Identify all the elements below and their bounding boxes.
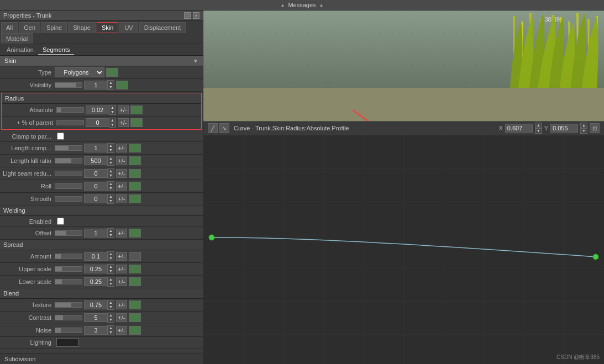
length-comp-down[interactable]: ▼ — [108, 148, 114, 152]
light-seam-slider[interactable] — [55, 171, 82, 176]
spread-lower-up[interactable]: ▲ — [108, 277, 114, 282]
length-kill-up[interactable]: ▲ — [108, 156, 114, 161]
tab-gen[interactable]: Gen — [19, 22, 40, 33]
visibility-input[interactable] — [84, 81, 107, 89]
length-comp-slider[interactable] — [55, 145, 82, 151]
roll-down[interactable]: ▼ — [108, 186, 114, 191]
pct-plus[interactable]: +/- — [118, 118, 129, 127]
visibility-up[interactable]: ▲ — [108, 81, 114, 85]
spread-lower-input[interactable] — [84, 277, 107, 286]
pct-slider[interactable] — [56, 120, 84, 125]
light-seam-up[interactable]: ▲ — [108, 169, 114, 173]
welding-offset-up[interactable]: ▲ — [108, 229, 114, 233]
close-button[interactable]: × — [193, 12, 199, 19]
spread-amount-up[interactable]: ▲ — [108, 252, 114, 256]
roll-slider[interactable] — [55, 183, 82, 189]
spread-amount-input[interactable] — [84, 252, 107, 261]
spread-upper-input[interactable] — [84, 265, 107, 273]
welding-offset-down[interactable]: ▼ — [108, 233, 114, 238]
curve-tool-line[interactable]: ╱ — [208, 123, 218, 133]
blend-noise-down[interactable]: ▼ — [108, 330, 114, 335]
pin-button[interactable]: □ — [184, 12, 191, 19]
spread-upper-up[interactable]: ▲ — [108, 265, 114, 269]
welding-offset-slider[interactable] — [55, 230, 82, 236]
curve-tool-smooth[interactable]: ∿ — [219, 123, 229, 133]
absolute-down[interactable]: ▼ — [109, 110, 115, 114]
curve-fit-btn[interactable]: ⊡ — [590, 123, 600, 133]
blend-texture-plus[interactable]: +/- — [116, 300, 127, 309]
visibility-down[interactable]: ▼ — [108, 85, 114, 89]
blend-noise-plus[interactable]: +/- — [116, 326, 127, 335]
tab-shape[interactable]: Shape — [68, 22, 96, 33]
tab-material[interactable]: Material — [1, 33, 33, 44]
blend-contrast-plus[interactable]: +/- — [116, 313, 127, 322]
spread-upper-down[interactable]: ▼ — [108, 269, 114, 273]
length-kill-down[interactable]: ▼ — [108, 161, 114, 165]
welding-offset-input[interactable] — [84, 229, 107, 238]
tab-spine[interactable]: Spine — [41, 22, 67, 33]
length-kill-input[interactable] — [84, 156, 107, 165]
blend-texture-input[interactable] — [84, 300, 107, 309]
blend-texture-slider[interactable] — [55, 302, 82, 308]
skin-section-header[interactable]: Skin ▼ — [0, 56, 203, 66]
blend-noise-up[interactable]: ▲ — [108, 326, 114, 330]
absolute-up[interactable]: ▲ — [109, 105, 115, 110]
blend-texture-down[interactable]: ▼ — [108, 305, 114, 309]
pct-down[interactable]: ▼ — [109, 123, 115, 127]
blend-noise-slider[interactable] — [55, 328, 82, 333]
spread-lower-slider[interactable] — [55, 279, 82, 284]
roll-input[interactable] — [84, 182, 107, 191]
length-comp-input[interactable] — [84, 144, 107, 152]
absolute-slider[interactable] — [56, 107, 84, 113]
light-seam-input[interactable] — [84, 169, 107, 178]
tab-all[interactable]: All — [1, 22, 18, 33]
spread-amount-slider[interactable] — [55, 254, 82, 259]
y-coord-input[interactable] — [550, 124, 578, 133]
y-up[interactable]: ▲ — [580, 123, 587, 128]
blend-contrast-down[interactable]: ▼ — [108, 318, 114, 322]
smooth-up[interactable]: ▲ — [108, 194, 114, 199]
clamp-checkbox[interactable] — [57, 133, 64, 140]
pct-input[interactable] — [86, 118, 109, 127]
blend-contrast-input[interactable] — [84, 313, 107, 322]
blend-contrast-slider[interactable] — [55, 315, 82, 320]
blend-texture-up[interactable]: ▲ — [108, 300, 114, 305]
spread-lower-down[interactable]: ▼ — [108, 282, 114, 286]
spread-upper-slider[interactable] — [55, 266, 82, 272]
x-down[interactable]: ▼ — [535, 128, 542, 134]
welding-enabled-checkbox[interactable] — [57, 218, 64, 225]
spread-lower-plus[interactable]: +/- — [116, 277, 127, 286]
spread-amount-plus[interactable]: +/- — [116, 252, 127, 261]
tab-skin[interactable]: Skin — [97, 22, 118, 33]
roll-plus[interactable]: +/- — [116, 182, 127, 191]
smooth-plus[interactable]: +/- — [116, 194, 127, 203]
visibility-slider[interactable] — [55, 82, 82, 88]
x-coord-input[interactable] — [505, 124, 533, 133]
blend-noise-input[interactable] — [84, 326, 107, 335]
tab-displacement[interactable]: Displacement — [139, 22, 186, 33]
length-comp-plus[interactable]: +/- — [116, 144, 127, 152]
light-seam-plus[interactable]: +/- — [116, 169, 127, 178]
welding-offset-plus[interactable]: +/- — [116, 229, 127, 238]
length-kill-plus[interactable]: +/- — [116, 156, 127, 165]
spread-upper-plus[interactable]: +/- — [116, 265, 127, 273]
curve-editor-canvas[interactable] — [203, 135, 604, 364]
absolute-plus[interactable]: +/- — [118, 105, 129, 114]
tab-uv[interactable]: UV — [119, 22, 138, 33]
smooth-slider[interactable] — [55, 196, 82, 202]
roll-up[interactable]: ▲ — [108, 182, 114, 186]
y-down[interactable]: ▼ — [580, 128, 587, 134]
pct-up[interactable]: ▲ — [109, 118, 115, 123]
blend-contrast-up[interactable]: ▲ — [108, 313, 114, 318]
x-up[interactable]: ▲ — [535, 123, 542, 128]
sub-tab-animation[interactable]: Animation — [2, 45, 38, 55]
light-seam-down[interactable]: ▼ — [108, 173, 114, 178]
smooth-input[interactable] — [84, 194, 107, 203]
absolute-input[interactable] — [86, 105, 109, 114]
lighting-swatch[interactable] — [56, 338, 78, 347]
length-kill-slider[interactable] — [55, 158, 82, 163]
sub-tab-segments[interactable]: Segments — [38, 45, 75, 55]
spread-amount-down[interactable]: ▼ — [108, 256, 114, 261]
length-comp-up[interactable]: ▲ — [108, 144, 114, 148]
smooth-down[interactable]: ▼ — [108, 199, 114, 203]
